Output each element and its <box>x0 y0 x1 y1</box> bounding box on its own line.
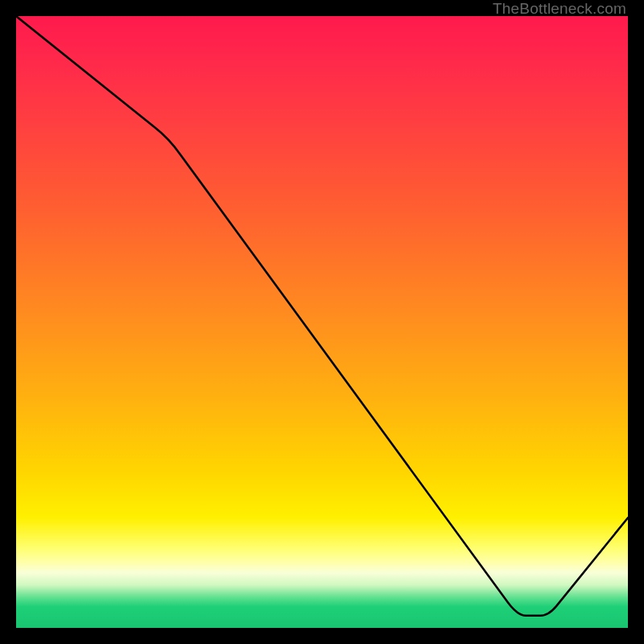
plot-area <box>16 16 628 628</box>
chart-frame: TheBottleneck.com <box>0 0 644 644</box>
watermark-text: TheBottleneck.com <box>493 0 626 18</box>
chart-svg <box>16 16 628 628</box>
bottleneck-line <box>16 16 628 616</box>
